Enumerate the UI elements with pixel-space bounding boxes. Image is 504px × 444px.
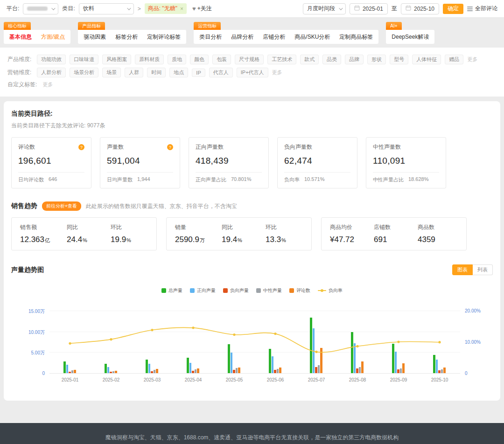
sales-value: 691 bbox=[374, 235, 401, 244]
confirm-button[interactable]: 确定 bbox=[443, 4, 463, 14]
sales-col: 销售额12.363亿 bbox=[20, 223, 50, 244]
sales-value-number: 13.3 bbox=[266, 235, 281, 244]
filter-chip[interactable]: 形状 bbox=[367, 55, 386, 64]
go-analyze-button[interactable]: 前往分析+查看 bbox=[42, 201, 81, 211]
metric-value: 196,601 bbox=[18, 156, 84, 166]
tab-group: AI+DeepSeek解读 bbox=[386, 30, 434, 44]
filter-chip[interactable]: 型号 bbox=[390, 55, 408, 64]
tab-item[interactable]: 定制评论标签 bbox=[147, 33, 181, 41]
sales-value-unit: % bbox=[238, 237, 242, 243]
help-icon[interactable]: ? bbox=[78, 144, 84, 150]
legend-label: 评论数 bbox=[296, 287, 310, 294]
filter-more-link[interactable]: 更多 bbox=[42, 81, 53, 88]
filter-chip[interactable]: 赠品 bbox=[445, 55, 463, 64]
filter-more-link[interactable]: 更多 bbox=[272, 69, 282, 76]
tab-item[interactable]: 驱动因素 bbox=[84, 33, 106, 41]
filter-chip[interactable]: IP bbox=[192, 69, 205, 77]
list-icon bbox=[467, 6, 473, 12]
sales-card: 商品均价¥47.72店铺数691商品数4359 bbox=[321, 217, 467, 250]
filter-chip[interactable]: 口味味道 bbox=[70, 55, 98, 64]
metric-sub-value: 18.628% bbox=[408, 176, 428, 183]
filter-row-label: 产品维度: bbox=[7, 56, 31, 63]
tab-item[interactable]: 定制商品标签 bbox=[339, 33, 373, 41]
tab-group-ribbon: 产品指标 bbox=[78, 22, 105, 30]
legend-item[interactable]: 总声量 bbox=[161, 287, 182, 294]
x-axis-label: 2025-06 bbox=[260, 377, 290, 382]
filter-chip[interactable]: 功能功效 bbox=[37, 55, 66, 64]
filter-chip[interactable]: 包装 bbox=[212, 55, 231, 64]
filter-chip[interactable]: 代言人 bbox=[209, 68, 233, 77]
date-from-input[interactable]: 2025-01 bbox=[350, 3, 388, 14]
legend-swatch bbox=[223, 288, 228, 293]
sales-header: 销售趋势 前往分析+查看 此处展示的销售数据只覆盖天猫、京东、抖音平台，不含淘宝 bbox=[11, 201, 493, 211]
follow-button[interactable]: ♥ +关注 bbox=[192, 5, 212, 13]
sales-value: 12.363亿 bbox=[20, 235, 50, 244]
help-icon[interactable]: ? bbox=[167, 144, 173, 150]
legend-item[interactable]: 评论数 bbox=[289, 287, 310, 294]
y-axis-label-right: 0 bbox=[465, 371, 468, 376]
calendar-icon bbox=[406, 5, 411, 12]
sales-value-unit: % bbox=[281, 237, 286, 243]
filter-chip[interactable]: 尺寸规格 bbox=[235, 55, 264, 64]
platform-select[interactable] bbox=[23, 3, 58, 14]
filter-chip[interactable]: 原料材质 bbox=[135, 55, 164, 64]
filter-chip[interactable]: 时间 bbox=[147, 68, 166, 77]
tab-item[interactable]: 标签分析 bbox=[115, 33, 138, 41]
period-select[interactable]: 月度时间段 bbox=[303, 3, 346, 14]
close-icon[interactable]: × bbox=[180, 6, 183, 12]
metric-title: 正向声量数 bbox=[196, 143, 224, 151]
sales-value-unit: % bbox=[83, 237, 87, 243]
legend-item[interactable]: 正向声量 bbox=[190, 287, 216, 294]
filter-chip[interactable]: 工艺技术 bbox=[267, 55, 296, 64]
legend-item[interactable]: 负向声量 bbox=[223, 287, 249, 294]
legend-item[interactable]: 负向率 bbox=[318, 287, 343, 294]
toggle-chart-view[interactable]: 图表 bbox=[452, 264, 473, 275]
filter-chip[interactable]: 场景分析 bbox=[70, 68, 98, 77]
tab-item[interactable]: DeepSeek解读 bbox=[392, 33, 429, 41]
metric-sub-value: 70.801% bbox=[231, 176, 251, 183]
filter-chip[interactable]: 风格图案 bbox=[102, 55, 131, 64]
filter-chip[interactable]: 质地 bbox=[168, 55, 186, 64]
filter-chip[interactable]: 品牌 bbox=[345, 55, 364, 64]
metric-value: 62,474 bbox=[284, 156, 350, 166]
filter-chip[interactable]: 品类 bbox=[322, 55, 341, 64]
tab-item[interactable]: 店铺分析 bbox=[263, 33, 285, 41]
date-to-input[interactable]: 2025-10 bbox=[401, 3, 439, 14]
metric-title: 负向声量数 bbox=[284, 143, 312, 151]
metric-card: 中性声量数110,091中性声量占比18.628% bbox=[366, 137, 446, 188]
filter-chip[interactable]: 场景 bbox=[102, 68, 121, 77]
sales-value-number: 4359 bbox=[418, 235, 435, 244]
metric-value: 418,439 bbox=[196, 156, 262, 166]
footer-disclaimer-1: 魔镜洞察与淘宝、天猫、京东、1688.com、速卖通、亚马逊等电商平台无直接关联… bbox=[0, 434, 504, 442]
metric-title-row: 评论数? bbox=[18, 143, 84, 151]
filter-chip[interactable]: IP+代言人 bbox=[237, 68, 268, 77]
legend-swatch bbox=[256, 288, 261, 293]
filter-chip[interactable]: 人体特征 bbox=[412, 55, 441, 64]
tab-item[interactable]: 方面/观点 bbox=[41, 33, 65, 41]
sales-value: 2590.9万 bbox=[175, 235, 205, 244]
filter-chip[interactable]: 款式 bbox=[300, 55, 319, 64]
legend-item[interactable]: 中性声量 bbox=[256, 287, 282, 294]
x-axis-label: 2025-09 bbox=[384, 377, 413, 382]
metric-card: 负向声量数62,474负向率10.571% bbox=[277, 137, 357, 188]
tab-item[interactable]: 基本信息 bbox=[9, 33, 32, 41]
sales-card: 销量2590.9万同比19.4%环比13.3% bbox=[166, 217, 312, 250]
date-to-value: 2025-10 bbox=[414, 6, 434, 12]
category-select[interactable]: 饮料 bbox=[79, 3, 134, 14]
filter-more-link[interactable]: 更多 bbox=[467, 56, 477, 63]
filter-chip[interactable]: 人群 bbox=[125, 68, 143, 77]
tab-item[interactable]: 类目分析 bbox=[199, 33, 222, 41]
all-comments-button[interactable]: 全部评论 bbox=[467, 5, 497, 13]
tab-item[interactable]: 品牌分析 bbox=[231, 33, 253, 41]
period-value: 月度时间段 bbox=[307, 5, 335, 13]
sales-col: 销量2590.9万 bbox=[175, 223, 205, 244]
tab-item[interactable]: 商品/SKU分析 bbox=[294, 33, 330, 41]
filter-row: 自定义标签:更多 bbox=[7, 81, 497, 89]
filter-chip[interactable]: 颜色 bbox=[190, 55, 209, 64]
filter-row-label: 自定义标签: bbox=[7, 81, 37, 89]
metric-sub-value: 10.571% bbox=[304, 176, 324, 183]
toggle-list-view[interactable]: 列表 bbox=[473, 264, 493, 275]
filter-chip[interactable]: 地点 bbox=[169, 68, 188, 77]
product-filter-tag[interactable]: 商品: "无糖" × bbox=[145, 3, 187, 14]
filter-chip[interactable]: 人群分析 bbox=[37, 68, 66, 77]
